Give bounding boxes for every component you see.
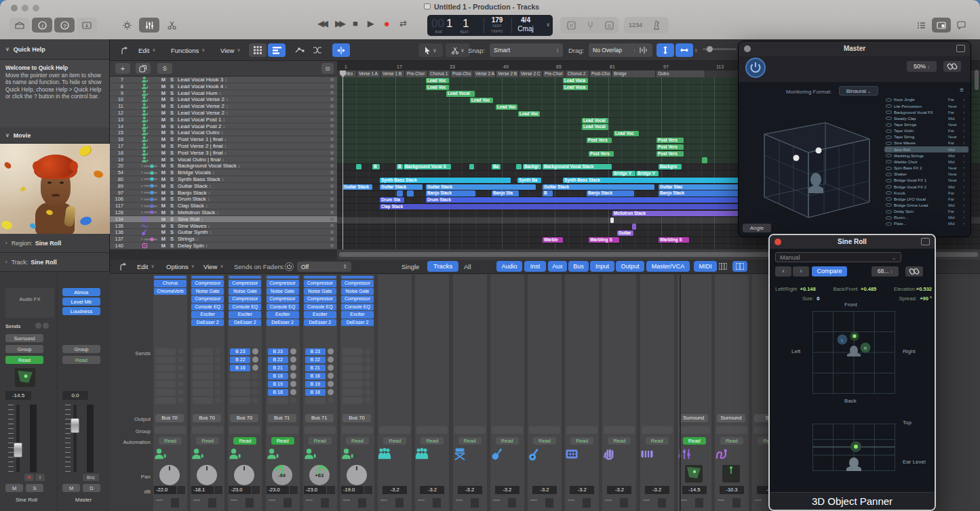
plugin-slot[interactable]: Exciter xyxy=(191,311,224,319)
track-mute-button[interactable]: M xyxy=(161,229,165,235)
track-record-dot[interactable] xyxy=(330,124,334,127)
object-distance[interactable]: Far xyxy=(948,209,963,213)
automation-mode-button[interactable]: Read xyxy=(196,437,219,445)
track-mute-button[interactable]: M xyxy=(161,236,165,242)
movie-thumbnail[interactable] xyxy=(0,144,110,234)
object-visible-icon[interactable] xyxy=(886,185,892,188)
compare-button[interactable]: Compare xyxy=(812,266,847,277)
plugin-close-button[interactable] xyxy=(775,239,781,245)
plugin-slot[interactable]: Noise Gate xyxy=(229,288,261,295)
plugin-slot[interactable]: Exciter xyxy=(229,311,261,319)
volume-db-value[interactable]: -3.2 xyxy=(570,486,594,494)
track-record-dot[interactable] xyxy=(330,178,334,181)
object-row[interactable]: Room...Mid↕ xyxy=(884,215,968,221)
surround-panner-mini[interactable] xyxy=(722,465,740,483)
track-record-dot[interactable] xyxy=(330,237,334,241)
mute-button[interactable]: M xyxy=(5,484,23,492)
vertical-scrollbar[interactable] xyxy=(975,70,979,90)
volume-db-value[interactable]: -3.2 xyxy=(645,486,669,494)
channel-strip[interactable]: CompressorNoise GateCompressorConsole EQ… xyxy=(228,274,262,511)
volume-db-value[interactable]: -3.2 xyxy=(420,486,444,494)
track-mute-button[interactable]: M xyxy=(161,209,165,216)
group-slot[interactable] xyxy=(642,426,673,434)
channel-strip[interactable]: Read-3.2 xyxy=(453,274,487,511)
audio-region[interactable]: Guitar Stack xyxy=(380,184,423,190)
automation-mode-button[interactable]: Read xyxy=(309,437,332,445)
add-track-button[interactable]: + xyxy=(115,63,130,74)
master-volume-value[interactable]: 0.0 xyxy=(62,391,88,400)
automation-mode-button[interactable]: Read xyxy=(720,437,743,445)
group-slot[interactable] xyxy=(566,426,597,434)
output-button[interactable]: Bus 70 xyxy=(193,414,221,422)
track-solo-button[interactable]: S xyxy=(170,176,174,182)
audio-region[interactable]: Guitar Stack xyxy=(342,184,372,190)
object-distance[interactable]: Near xyxy=(948,166,963,170)
track-solo-button[interactable]: S xyxy=(170,77,174,83)
edit-menu[interactable]: Edit∨ xyxy=(138,44,156,56)
plugin-slot[interactable]: Exciter xyxy=(304,311,336,319)
object-visible-icon[interactable] xyxy=(886,110,892,114)
back-icon[interactable] xyxy=(117,43,132,57)
channel-strip[interactable]: SurroundRead-10.3 xyxy=(715,274,749,511)
mixer-filter-audio[interactable]: Audio xyxy=(496,261,522,272)
mixer-filter-aux[interactable]: Aux xyxy=(548,261,567,272)
automation-read-button[interactable]: Read xyxy=(5,356,43,364)
automation-icon[interactable] xyxy=(292,43,308,57)
group-slot[interactable] xyxy=(416,426,448,434)
master-read-button[interactable]: Read xyxy=(62,356,100,364)
vertical-auto-zoom-icon[interactable] xyxy=(656,43,674,57)
close-button[interactable] xyxy=(11,5,18,12)
object-visible-icon[interactable] xyxy=(886,203,892,207)
mixer-toggle-icon[interactable] xyxy=(139,18,159,33)
panner-elevation-view[interactable] xyxy=(812,424,895,471)
audio-region[interactable]: Lead Voc xyxy=(470,98,493,103)
object-visible-icon[interactable] xyxy=(886,197,892,201)
track-mute-button[interactable]: M xyxy=(161,96,165,102)
track-mute-button[interactable]: M xyxy=(161,216,165,222)
audio-region[interactable]: Bridge V xyxy=(612,171,635,176)
master-dim-button[interactable]: D xyxy=(83,484,100,492)
surround-output-button[interactable]: Surround xyxy=(5,334,43,342)
channel-strip[interactable]: CompressorNoise GateCompressorConsole EQ… xyxy=(266,274,300,511)
track-solo-button[interactable]: S xyxy=(170,123,174,129)
volume-db-value[interactable]: -3.2 xyxy=(383,486,407,494)
track-solo-button[interactable]: S xyxy=(170,223,174,229)
power-button[interactable] xyxy=(745,58,766,78)
plugin-slot[interactable]: Noise Gate xyxy=(304,288,336,295)
object-visible-icon[interactable] xyxy=(886,104,892,108)
cycle-button[interactable]: ⇄ xyxy=(399,18,407,28)
audio-region[interactable]: B xyxy=(543,190,553,196)
track-record-dot[interactable] xyxy=(330,218,334,221)
arrangement-marker[interactable]: Chorus 2 xyxy=(566,70,589,77)
channel-strip[interactable]: CompressorNoise GateCompressorConsole EQ… xyxy=(191,274,224,511)
object-distance[interactable]: Mid xyxy=(948,203,963,207)
library-icon[interactable] xyxy=(9,18,30,33)
track-solo-button[interactable]: S xyxy=(170,90,174,96)
track-mute-button[interactable]: M xyxy=(161,77,165,83)
audio-region[interactable]: Synth Bass Stack xyxy=(563,178,739,183)
audio-region[interactable]: Bridge V xyxy=(636,171,659,176)
audio-region[interactable]: Guitar Stack xyxy=(426,184,536,190)
audio-region[interactable]: Ba xyxy=(492,164,501,169)
track-row[interactable]: 89›MSGuitar Stack ↕ xyxy=(110,183,337,190)
object-visible-icon[interactable] xyxy=(886,179,892,182)
arrangement-marker[interactable]: Pre-Chor xyxy=(406,70,428,77)
object-row[interactable]: Bridge LFO VocalFar↕ xyxy=(884,196,968,202)
track-solo-button[interactable]: S xyxy=(170,136,174,142)
group-slot[interactable] xyxy=(379,426,410,434)
audio-region[interactable]: Backgr xyxy=(523,164,541,169)
plugin-slot[interactable]: Exciter xyxy=(267,311,299,319)
arrangement-marker[interactable]: Verse 2 C xyxy=(520,70,543,77)
track-mute-button[interactable]: M xyxy=(161,183,165,189)
channel-strip[interactable]: Read-3.2 xyxy=(640,274,674,511)
track-record-dot[interactable] xyxy=(330,171,334,174)
plugin-slot-partial[interactable] xyxy=(304,276,336,279)
track-record-dot[interactable] xyxy=(330,144,334,148)
count-in-button[interactable]: 1234 xyxy=(625,18,646,33)
plugin-link-icon[interactable] xyxy=(905,266,923,277)
fader-cap[interactable] xyxy=(14,443,22,457)
object-distance[interactable]: Mid xyxy=(948,148,963,152)
volume-db-value[interactable]: -3.2 xyxy=(495,486,520,494)
arrangement-marker[interactable]: Verse 1 A xyxy=(357,70,380,77)
volume-db-value[interactable]: -3.2 xyxy=(532,486,557,494)
